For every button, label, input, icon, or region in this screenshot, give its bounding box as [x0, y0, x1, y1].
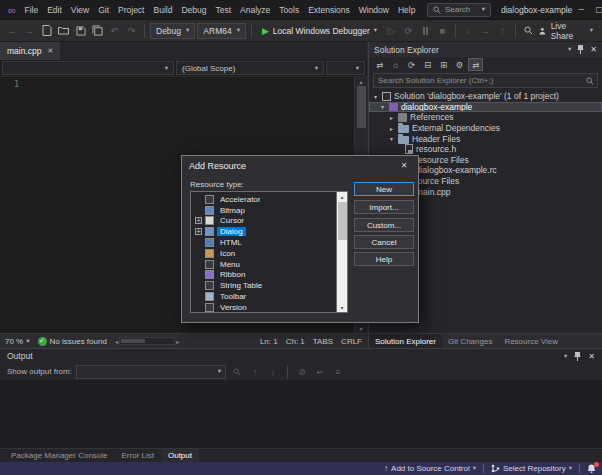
minimize-button[interactable]: ─ — [572, 2, 590, 18]
tab-main-cpp[interactable]: main.cpp ✕ — [0, 42, 60, 60]
messages-icon[interactable]: ≡ — [331, 365, 345, 378]
pin-icon[interactable] — [574, 352, 581, 361]
resource-type-toolbar[interactable]: Toolbar — [191, 291, 336, 302]
start-debugging-button[interactable]: ▶ Local Windows Debugger ▾ — [257, 22, 382, 40]
cancel-button[interactable]: Cancel — [354, 235, 414, 249]
close-tab-icon[interactable]: ✕ — [48, 47, 54, 55]
resource-type-cursor[interactable]: Cursor — [191, 216, 336, 227]
step-into-icon[interactable]: ↓ — [461, 23, 476, 39]
hot-reload-icon[interactable]: ⟳ — [401, 23, 416, 39]
resource-type-icon[interactable]: Icon — [191, 248, 336, 259]
scroll-down-icon[interactable]: ▾ — [359, 324, 362, 333]
refresh-icon[interactable]: ⟳ — [404, 58, 419, 71]
chevron-right-icon[interactable]: ▸ — [388, 114, 395, 121]
tree-item-resource-h[interactable]: resource.h — [369, 144, 602, 155]
scrollbar-thumb[interactable] — [338, 202, 347, 240]
scroll-up-icon[interactable]: ▴ — [359, 77, 362, 86]
menu-help[interactable]: Help — [393, 4, 419, 16]
previous-message-icon[interactable]: ↑ — [248, 365, 262, 378]
resource-type-version[interactable]: Version — [191, 302, 336, 312]
chevron-down-icon[interactable]: ▾ — [388, 135, 395, 142]
resource-type-html[interactable]: HTML — [191, 237, 336, 248]
scope-dropdown[interactable]: (Global Scope) ▾ — [176, 61, 324, 75]
scroll-up-icon[interactable]: ▴ — [340, 192, 343, 201]
output-content[interactable] — [0, 380, 602, 448]
menu-file[interactable]: File — [20, 4, 43, 16]
resource-type-dialog[interactable]: Dialog — [191, 226, 336, 237]
output-source-dropdown[interactable]: ▾ — [76, 365, 226, 379]
member-dropdown[interactable]: ▾ — [326, 61, 365, 75]
new-button[interactable]: New — [354, 182, 414, 196]
custom-button[interactable]: Custom... — [354, 218, 414, 232]
stop-icon[interactable]: ■ — [435, 23, 450, 39]
tree-item-project[interactable]: ▾ dialogbox-example — [369, 102, 602, 113]
solution-explorer-header[interactable]: Solution Explorer ▾ ✕ — [369, 42, 602, 57]
show-all-files-icon[interactable]: ⊞ — [436, 58, 451, 71]
output-panel-header[interactable]: Output ▾ ✕ — [0, 349, 602, 363]
maximize-button[interactable]: ▢ — [590, 2, 602, 18]
redo-icon[interactable]: ↷ — [124, 23, 139, 39]
find-in-files-icon[interactable] — [521, 23, 536, 39]
resource-type-bitmap[interactable]: Bitmap — [191, 205, 336, 216]
step-out-icon[interactable]: ↑ — [495, 23, 510, 39]
chevron-down-icon[interactable]: ▾ — [379, 103, 386, 110]
next-message-icon[interactable]: ↓ — [266, 365, 280, 378]
menu-analyze[interactable]: Analyze — [236, 4, 275, 16]
tree-item-external-dependencies[interactable]: ▸ External Dependencies — [369, 123, 602, 134]
tabs-indicator[interactable]: TABS — [313, 337, 333, 346]
editor-horizontal-scrollbar[interactable]: ◂ ▸ — [115, 337, 180, 346]
tab-package-manager-console[interactable]: Package Manager Console — [4, 449, 115, 462]
open-folder-icon[interactable] — [56, 23, 71, 39]
chevron-right-icon[interactable]: ▸ — [388, 125, 395, 132]
menu-edit[interactable]: Edit — [43, 4, 67, 16]
menu-debug[interactable]: Debug — [177, 4, 211, 16]
list-scrollbar[interactable]: ▴ ▾ — [336, 192, 347, 312]
menu-extensions[interactable]: Extensions — [304, 4, 355, 16]
notifications-button[interactable] — [587, 464, 596, 474]
tab-solution-explorer[interactable]: Solution Explorer — [369, 334, 442, 348]
home-icon[interactable]: ⌂ — [388, 58, 403, 71]
menu-window[interactable]: Window — [354, 4, 393, 16]
navigate-back-icon[interactable]: ← — [5, 23, 20, 39]
scroll-right-icon[interactable]: ▸ — [176, 337, 179, 346]
menu-git[interactable]: Git — [94, 4, 114, 16]
start-without-debugging-icon[interactable]: ▷ — [384, 23, 399, 39]
menu-tools[interactable]: Tools — [275, 4, 304, 16]
resource-type-string-table[interactable]: String Table — [191, 280, 336, 291]
properties-icon[interactable]: ⚙ — [452, 58, 467, 71]
switch-views-icon[interactable]: ⇄ — [372, 58, 387, 71]
project-dropdown[interactable]: ▾ — [2, 61, 174, 75]
close-dialog-icon[interactable]: ✕ — [397, 161, 411, 170]
close-panel-icon[interactable]: ✕ — [590, 45, 597, 54]
menu-project[interactable]: Project — [114, 4, 149, 16]
collapse-all-icon[interactable]: ⊟ — [420, 58, 435, 71]
menu-build[interactable]: Build — [149, 4, 177, 16]
sync-with-active-document-icon[interactable]: ⇄ — [468, 58, 483, 71]
zoom-control[interactable]: 70 % ▾ — [5, 337, 30, 346]
quick-search-box[interactable]: Search ▾ — [427, 3, 491, 17]
save-icon[interactable] — [73, 23, 88, 39]
scroll-left-icon[interactable]: ◂ — [115, 337, 118, 346]
platform-dropdown[interactable]: ARM64 ▾ — [197, 23, 246, 39]
tab-git-changes[interactable]: Git Changes — [442, 334, 498, 348]
tab-error-list[interactable]: Error List — [115, 449, 161, 462]
import-button[interactable]: Import... — [354, 200, 414, 214]
expander-icon[interactable] — [195, 228, 202, 235]
tree-item-header-files[interactable]: ▾ Header Files — [369, 133, 602, 144]
expander-icon[interactable] — [195, 217, 202, 224]
tree-item-solution[interactable]: ▾ Solution 'dialogbox-example' (1 of 1 p… — [369, 91, 602, 102]
issues-indicator[interactable]: ✓ No issues found — [38, 337, 107, 346]
tab-output[interactable]: Output — [161, 449, 199, 462]
navigate-forward-icon[interactable]: → — [22, 23, 37, 39]
configuration-dropdown[interactable]: Debug ▾ — [150, 23, 195, 39]
pause-icon[interactable] — [418, 23, 433, 39]
resource-type-menu[interactable]: Menu — [191, 259, 336, 270]
menu-view[interactable]: View — [66, 4, 93, 16]
find-message-icon[interactable] — [230, 365, 244, 378]
window-position-icon[interactable]: ▾ — [564, 353, 567, 360]
save-all-icon[interactable] — [90, 23, 105, 39]
close-panel-icon[interactable]: ✕ — [588, 352, 595, 361]
pin-icon[interactable] — [577, 45, 584, 54]
word-wrap-icon[interactable]: ↵ — [313, 365, 327, 378]
menu-test[interactable]: Test — [211, 4, 236, 16]
